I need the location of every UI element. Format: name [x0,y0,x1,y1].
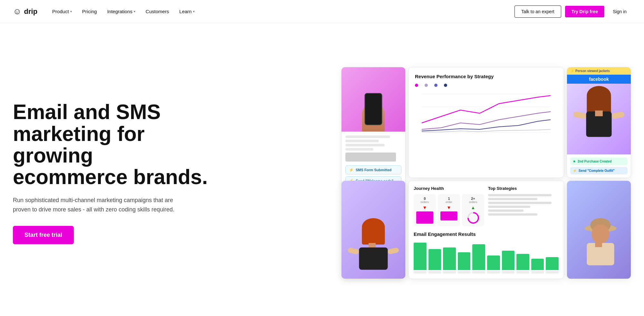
star-icon: ★ [573,160,576,163]
top-strategies-title: Top Strategies [488,186,559,191]
strategy-line [488,202,552,204]
svg-rect-14 [369,243,376,248]
bar [502,251,515,270]
journey-donut [465,209,481,226]
legend-item-4 [444,84,448,87]
trend-up-icon: ▲ [465,205,482,210]
bar [531,259,544,270]
lightning-icon: ⚡ [349,168,354,172]
bar-label [487,271,500,274]
svg-rect-16 [348,247,360,255]
hero-headline: Email and SMS marketing for growing ecom… [13,101,213,188]
navbar: ☺ drip Product ▾ Pricing Integrations ▾ … [0,0,644,23]
journey-card-0: 0 orders ▼ [414,194,436,226]
sign-in-button[interactable]: Sign in [608,6,631,17]
bar-item [414,243,427,274]
bottom-row: Journey Health 0 orders ▼ 1 order [341,181,631,279]
person-viewed-badge: ⚡ Person viewed jackets [567,67,631,75]
badge-complete-outfit: ⚡ Send "Complete Outfit" [570,167,628,174]
nav-links: Product ▾ Pricing Integrations ▾ Custome… [48,6,199,17]
person-svg [567,84,631,154]
bar-item [531,259,544,274]
bar-item [502,251,515,274]
email-engagement-section: Email Engagement Results [414,231,559,274]
bar-item [516,254,529,274]
try-drip-free-button[interactable]: Try Drip free [565,6,604,17]
bar-label [428,271,441,274]
revenue-line-chart [415,91,557,136]
journey-health-section: Journey Health 0 orders ▼ 1 order [414,186,484,226]
lightning-icon: ⚡ [573,169,577,172]
lightning-icon: ⚡ [570,69,574,73]
journey-health-title: Journey Health [414,186,484,191]
legend-dot-1 [415,84,418,87]
workflow-line [345,144,385,146]
bar-label [472,271,485,274]
svg-rect-13 [362,227,385,244]
nav-pricing[interactable]: Pricing [78,6,101,17]
bar-item [458,252,471,274]
revenue-chart-card: Revenue Performance by Strategy [408,67,564,178]
bar-label [516,271,529,274]
email-bar-chart [414,241,559,274]
legend-dot-4 [444,84,447,87]
svg-rect-10 [611,111,625,119]
bar-label [458,271,471,274]
bar [546,257,559,270]
hero-subheadline: Run sophisticated multi-channel marketin… [13,196,180,214]
hero-section: Email and SMS marketing for growing ecom… [0,23,644,316]
trend-down-icon: ▼ [440,205,457,210]
svg-point-20 [591,224,609,243]
bottom-right-person-card [567,181,631,279]
bar-item [487,256,500,274]
nav-product[interactable]: Product ▾ [48,6,76,17]
person-br-svg [567,214,631,279]
nav-learn[interactable]: Learn ▾ [175,6,199,17]
legend-dot-3 [434,84,437,87]
hero-dashboard: ⚡ SMS Form Submitted ⚡ Send "Welcome cod… [341,67,631,279]
bar [428,249,441,270]
person-left-svg [341,214,405,279]
start-free-trial-button[interactable]: Start free trial [13,226,74,244]
hero-left: Email and SMS marketing for growing ecom… [13,101,213,244]
facebook-banner: facebook [567,75,631,84]
nav-customers[interactable]: Customers [141,6,174,17]
logo[interactable]: ☺ drip [13,6,37,16]
top-strategies-section: Top Strategies [488,186,559,226]
bar [472,244,485,270]
workflow-line [345,140,379,142]
chevron-down-icon: ▾ [70,10,72,13]
legend-item-1 [415,84,419,87]
bar [443,247,456,270]
chevron-down-icon: ▾ [193,10,195,13]
workflow-line [345,135,390,138]
nav-right: Talk to an expert Try Drip free Sign in [514,5,631,18]
chart-legend [415,84,557,87]
nav-integrations[interactable]: Integrations ▾ [103,6,140,17]
badge-2nd-purchase: ★ 2nd Purchase Created [570,158,628,165]
strategy-line [488,206,530,208]
strategy-line [488,209,524,212]
person-image-right [567,84,631,154]
workflow-tag-sms: ⚡ SMS Form Submitted [345,165,401,174]
journey-bar-1 [440,211,457,220]
bar-label [443,271,456,274]
revenue-chart-title: Revenue Performance by Strategy [415,74,557,79]
bar [516,254,529,270]
bar-item [472,244,485,274]
person-img-left [341,181,405,279]
journey-bar-0 [416,211,433,224]
bar [487,256,500,270]
bar [458,252,471,270]
strategy-line [488,213,537,216]
legend-item-2 [425,84,429,87]
nav-left: ☺ drip Product ▾ Pricing Integrations ▾ … [13,6,199,17]
workflow-line [345,148,373,151]
workflow-button-placeholder [345,153,396,162]
legend-dot-2 [425,84,428,87]
legend-item-3 [434,84,439,87]
person-img-bottom-right [567,181,631,279]
journey-card-2: 2+ orders ▲ [462,194,484,226]
bar [414,243,427,270]
talk-to-expert-button[interactable]: Talk to an expert [514,5,561,18]
